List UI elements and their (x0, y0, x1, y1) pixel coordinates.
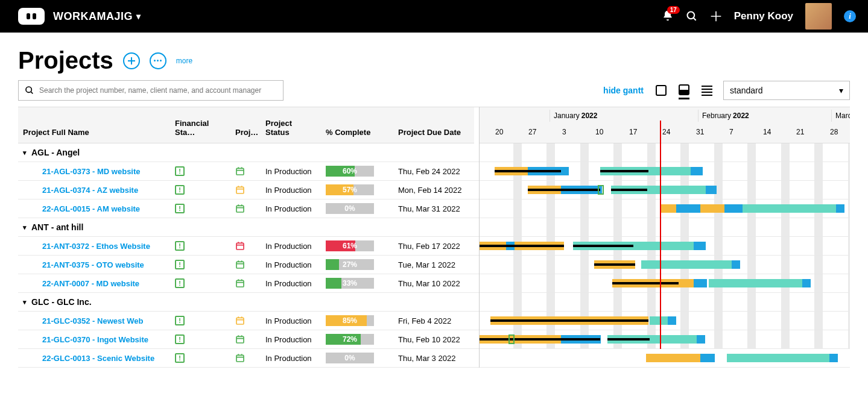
alert-icon[interactable]: ! (175, 334, 185, 344)
gantt-bar[interactable] (646, 354, 700, 362)
gantt-bar[interactable] (641, 260, 738, 269)
gantt-bar[interactable] (661, 204, 676, 213)
calendar-icon[interactable] (235, 185, 245, 195)
gantt-bar[interactable] (650, 316, 668, 325)
timeline-day: 28 (826, 128, 850, 136)
today-line (660, 121, 661, 349)
calendar-icon[interactable] (235, 278, 245, 288)
alert-icon[interactable]: ! (175, 166, 185, 176)
user-menu[interactable]: Penny Kooy (734, 10, 793, 22)
info-icon[interactable]: i (844, 10, 856, 22)
project-link[interactable]: 21-AGL-0373 - MD website (42, 167, 141, 176)
gantt-row (480, 199, 850, 218)
timeline-day: 17 (626, 128, 659, 136)
calendar-icon[interactable] (235, 204, 245, 213)
avatar[interactable] (805, 3, 832, 30)
project-link[interactable]: 21-GLC-0352 - Newest Web (42, 316, 143, 325)
gantt-bar[interactable] (697, 335, 705, 344)
calendar-icon[interactable] (235, 353, 245, 363)
svg-point-0 (687, 12, 694, 19)
group-row[interactable]: ▾ANT - ant hill (18, 218, 479, 237)
gantt-bar[interactable] (694, 279, 707, 287)
project-link[interactable]: 21-ANT-0372 - Ethos Website (42, 242, 150, 251)
group-row[interactable]: ▾AGL - Angel (18, 143, 479, 162)
col-schedule-status[interactable]: Proj… (230, 107, 261, 143)
gantt-bar[interactable] (611, 189, 647, 191)
alert-icon[interactable]: ! (175, 185, 185, 195)
gantt-bar[interactable] (743, 204, 836, 213)
project-link[interactable]: 22-AGL-0015 - AM website (42, 204, 140, 213)
col-financial-status[interactable]: Financial Sta… (170, 107, 230, 143)
gantt-bar[interactable] (700, 354, 715, 362)
gantt-bar[interactable] (612, 282, 679, 284)
svg-rect-16 (236, 243, 244, 250)
gantt-bar[interactable] (727, 354, 829, 362)
alert-icon[interactable]: ! (175, 316, 185, 325)
project-link[interactable]: 21-ANT-0375 - OTO website (42, 260, 144, 269)
gantt-bar[interactable] (480, 338, 600, 341)
alert-icon[interactable]: ! (175, 204, 185, 213)
col-project-name[interactable]: Project Full Name (18, 107, 170, 143)
view-list-icon[interactable] (702, 85, 712, 96)
gantt-bar[interactable] (600, 170, 648, 172)
search-input[interactable] (39, 86, 277, 95)
brand-menu[interactable]: WORKAMAJIG ▾ (53, 10, 141, 23)
notifications-button[interactable]: 17 (662, 10, 674, 24)
gantt-bar[interactable] (676, 204, 700, 213)
gantt-bar[interactable] (836, 204, 844, 213)
group-row[interactable]: ▾GLC - GLC Inc. (18, 293, 479, 312)
more-actions-button[interactable] (150, 52, 166, 69)
col-project-status[interactable]: Project Status (261, 107, 321, 143)
status-text: In Production (261, 316, 321, 325)
calendar-icon[interactable] (235, 241, 245, 251)
gantt-bar[interactable] (706, 186, 717, 194)
gantt-bar[interactable] (700, 204, 724, 213)
search-global-icon[interactable] (686, 10, 698, 22)
alert-icon[interactable]: ! (175, 278, 185, 288)
view-split-icon[interactable] (679, 84, 689, 95)
svg-rect-32 (236, 336, 244, 343)
gantt-bar[interactable] (573, 245, 633, 247)
project-link[interactable]: 21-AGL-0374 - AZ website (42, 186, 138, 195)
gantt-bar[interactable] (732, 260, 740, 269)
gantt-marker[interactable] (508, 334, 515, 344)
project-link[interactable]: 22-GLC-0013 - Scenic Website (42, 354, 154, 363)
calendar-icon[interactable] (235, 166, 245, 176)
view-card-icon[interactable] (656, 85, 667, 96)
gantt-marker[interactable] (598, 185, 604, 195)
preset-select[interactable]: standard ▾ (723, 81, 850, 100)
gantt-bar[interactable] (607, 338, 650, 341)
more-link[interactable]: more (176, 57, 192, 65)
gantt-bar[interactable] (594, 263, 635, 266)
project-row: 22-ANT-0007 - MD website!In Production33… (18, 274, 479, 293)
col-percent-complete[interactable]: % Complete (321, 107, 393, 143)
add-project-button[interactable] (123, 52, 140, 69)
gantt-bar[interactable] (668, 316, 676, 325)
hide-gantt-toggle[interactable]: hide gantt (603, 86, 644, 95)
calendar-icon[interactable] (235, 260, 245, 269)
project-link[interactable]: 22-ANT-0007 - MD website (42, 279, 139, 288)
gantt-bar[interactable] (724, 204, 743, 213)
gantt-bar[interactable] (691, 167, 703, 175)
gantt-bar[interactable] (709, 279, 802, 287)
gantt-bar[interactable] (802, 279, 811, 287)
gantt-bar[interactable] (829, 354, 838, 362)
gantt-bar[interactable] (495, 170, 561, 172)
project-link[interactable]: 21-GLC-0370 - Ingot Website (42, 335, 148, 344)
gantt-row (480, 237, 850, 256)
gantt-bar[interactable] (490, 319, 648, 322)
alert-icon[interactable]: ! (175, 353, 185, 363)
gantt-bar[interactable] (480, 245, 564, 247)
status-text: In Production (261, 335, 321, 344)
gantt-bar[interactable] (528, 189, 600, 191)
app-logo[interactable] (18, 8, 45, 25)
alert-icon[interactable]: ! (175, 241, 185, 251)
calendar-icon[interactable] (235, 316, 245, 325)
calendar-icon[interactable] (235, 334, 245, 344)
col-due-date[interactable]: Project Due Date (393, 107, 474, 143)
percent-bar: 57% (326, 184, 374, 195)
alert-icon[interactable]: ! (175, 260, 185, 269)
add-button[interactable] (710, 10, 722, 22)
svg-rect-12 (236, 206, 244, 212)
gantt-bar[interactable] (694, 242, 706, 250)
